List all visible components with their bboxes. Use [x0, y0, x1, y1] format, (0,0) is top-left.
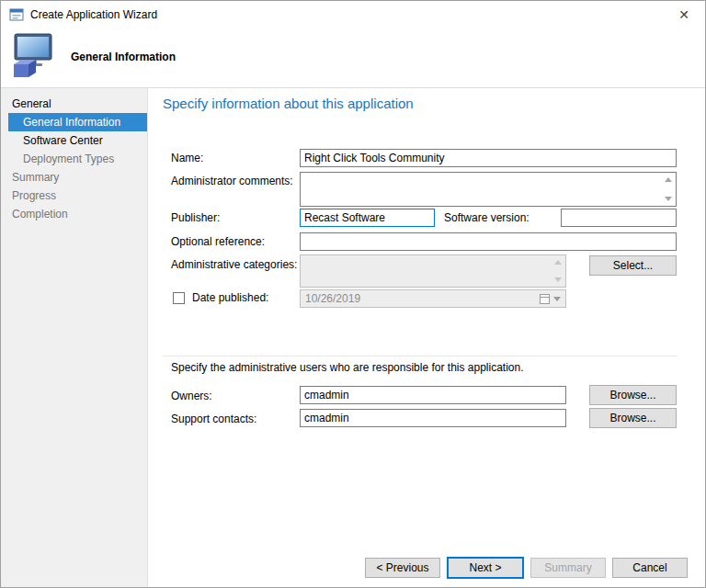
select-categories-button[interactable]: Select... — [589, 255, 677, 276]
date-value: 10/26/2019 — [305, 292, 360, 305]
calendar-icon — [540, 294, 550, 304]
admin-comments-label: Administrator comments: — [171, 175, 293, 187]
date-published-checkbox[interactable] — [173, 292, 185, 304]
wizard-page-title: General Information — [71, 51, 176, 63]
software-version-input[interactable] — [561, 209, 677, 227]
admin-comments-input[interactable] — [300, 172, 677, 207]
dropdown-arrow-icon — [553, 297, 561, 301]
optional-reference-input[interactable] — [300, 232, 677, 251]
name-input[interactable] — [300, 149, 677, 167]
admin-users-instruction: Specify the administrative users who are… — [171, 361, 524, 374]
scroll-up-icon[interactable] — [665, 177, 672, 182]
publisher-label: Publisher: — [171, 211, 220, 224]
wizard-nav-sidebar: General General Information Software Cen… — [1, 88, 148, 588]
nav-general[interactable]: General — [1, 95, 147, 113]
scroll-up-icon — [554, 260, 562, 265]
section-divider — [163, 356, 678, 356]
nav-deployment-types: Deployment Types — [1, 150, 147, 168]
name-label: Name: — [171, 152, 203, 164]
nav-general-information[interactable]: General Information — [8, 113, 147, 131]
title-bar: Create Application Wizard — [1, 1, 705, 28]
cancel-button[interactable]: Cancel — [612, 558, 688, 578]
page-heading: Specify information about this applicati… — [163, 96, 414, 111]
admin-categories-label: Administrative categories: — [171, 258, 297, 271]
optional-reference-label: Optional reference: — [171, 235, 265, 248]
nav-completion: Completion — [1, 205, 147, 223]
window-title: Create Application Wizard — [30, 8, 157, 21]
nav-progress: Progress — [1, 187, 147, 205]
next-button[interactable]: Next > — [447, 557, 524, 579]
owners-input[interactable] — [300, 386, 566, 404]
close-button[interactable]: ✕ — [670, 4, 698, 26]
admin-categories-box — [300, 254, 566, 288]
publisher-input[interactable] — [300, 209, 435, 227]
application-icon — [8, 31, 58, 81]
scroll-down-icon — [554, 277, 562, 282]
browse-owners-button[interactable]: Browse... — [589, 385, 677, 405]
nav-software-center[interactable]: Software Center — [1, 131, 147, 150]
browse-support-button[interactable]: Browse... — [589, 408, 677, 428]
date-published-label: Date published: — [192, 291, 268, 304]
support-contacts-input[interactable] — [300, 409, 566, 427]
summary-button: Summary — [530, 558, 606, 578]
support-contacts-label: Support contacts: — [171, 413, 256, 425]
wizard-icon — [9, 7, 24, 22]
date-picker-controls — [540, 294, 561, 304]
previous-button[interactable]: < Previous — [365, 558, 440, 578]
software-version-label: Software version: — [444, 211, 530, 224]
date-published-picker: 10/26/2019 — [300, 289, 566, 308]
scroll-down-icon[interactable] — [665, 197, 672, 201]
owners-label: Owners: — [171, 390, 212, 402]
nav-summary: Summary — [1, 168, 147, 187]
